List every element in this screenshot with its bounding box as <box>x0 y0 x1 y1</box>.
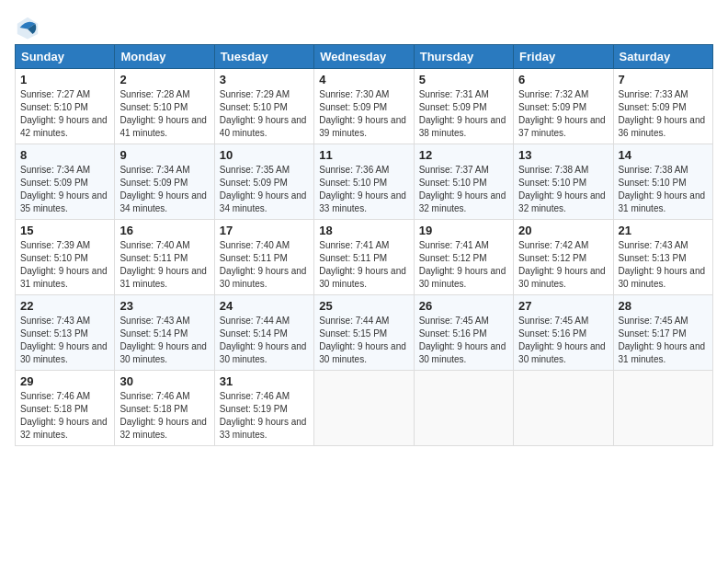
col-header-tuesday: Tuesday <box>214 45 313 69</box>
day-number: 2 <box>119 73 209 86</box>
day-info: Sunrise: 7:41 AM Sunset: 5:12 PM Dayligh… <box>419 239 508 291</box>
day-info: Sunrise: 7:34 AM Sunset: 5:09 PM Dayligh… <box>119 164 209 215</box>
col-header-sunday: Sunday <box>16 45 115 69</box>
day-number: 7 <box>619 73 708 86</box>
day-info: Sunrise: 7:46 AM Sunset: 5:18 PM Dayligh… <box>119 390 209 442</box>
day-number: 16 <box>119 224 209 237</box>
col-header-saturday: Saturday <box>613 45 712 69</box>
day-number: 12 <box>419 148 508 162</box>
day-info: Sunrise: 7:44 AM Sunset: 5:14 PM Dayligh… <box>220 315 309 366</box>
col-header-monday: Monday <box>115 45 214 69</box>
col-header-friday: Friday <box>514 45 613 69</box>
day-number: 30 <box>119 374 209 388</box>
day-number: 3 <box>220 73 309 86</box>
day-cell: 28 Sunrise: 7:45 AM Sunset: 5:17 PM Dayl… <box>613 295 712 371</box>
day-number: 22 <box>20 299 109 313</box>
day-number: 23 <box>119 299 209 313</box>
day-info: Sunrise: 7:42 AM Sunset: 5:12 PM Dayligh… <box>518 239 608 291</box>
logo-icon <box>15 15 40 40</box>
day-cell: 14 Sunrise: 7:38 AM Sunset: 5:10 PM Dayl… <box>613 144 712 220</box>
week-row-5: 29 Sunrise: 7:46 AM Sunset: 5:18 PM Dayl… <box>16 371 713 446</box>
day-number: 14 <box>619 148 708 162</box>
day-number: 8 <box>20 148 109 162</box>
day-number: 1 <box>20 73 109 86</box>
day-cell: 2 Sunrise: 7:28 AM Sunset: 5:10 PM Dayli… <box>115 69 214 144</box>
day-cell <box>514 371 613 446</box>
day-info: Sunrise: 7:28 AM Sunset: 5:10 PM Dayligh… <box>119 88 209 140</box>
day-number: 9 <box>119 148 209 162</box>
day-info: Sunrise: 7:43 AM Sunset: 5:14 PM Dayligh… <box>119 315 209 366</box>
day-info: Sunrise: 7:43 AM Sunset: 5:13 PM Dayligh… <box>20 315 109 366</box>
day-cell: 27 Sunrise: 7:45 AM Sunset: 5:16 PM Dayl… <box>514 295 613 371</box>
day-number: 27 <box>518 299 608 313</box>
day-info: Sunrise: 7:36 AM Sunset: 5:10 PM Dayligh… <box>319 164 408 215</box>
week-row-3: 15 Sunrise: 7:39 AM Sunset: 5:10 PM Dayl… <box>16 220 713 295</box>
day-number: 10 <box>220 148 309 162</box>
day-number: 21 <box>619 224 708 237</box>
col-header-thursday: Thursday <box>414 45 513 69</box>
day-number: 18 <box>319 224 408 237</box>
day-info: Sunrise: 7:29 AM Sunset: 5:10 PM Dayligh… <box>220 88 309 140</box>
day-number: 13 <box>518 148 608 162</box>
day-info: Sunrise: 7:35 AM Sunset: 5:09 PM Dayligh… <box>220 164 309 215</box>
day-cell: 6 Sunrise: 7:32 AM Sunset: 5:09 PM Dayli… <box>514 69 613 144</box>
day-info: Sunrise: 7:45 AM Sunset: 5:16 PM Dayligh… <box>419 315 508 366</box>
day-number: 6 <box>518 73 608 86</box>
week-row-1: 1 Sunrise: 7:27 AM Sunset: 5:10 PM Dayli… <box>16 69 713 144</box>
day-cell <box>314 371 414 446</box>
day-info: Sunrise: 7:40 AM Sunset: 5:11 PM Dayligh… <box>119 239 209 291</box>
day-cell: 18 Sunrise: 7:41 AM Sunset: 5:11 PM Dayl… <box>314 220 414 295</box>
day-cell: 25 Sunrise: 7:44 AM Sunset: 5:15 PM Dayl… <box>314 295 414 371</box>
day-info: Sunrise: 7:39 AM Sunset: 5:10 PM Dayligh… <box>20 239 109 291</box>
day-cell: 21 Sunrise: 7:43 AM Sunset: 5:13 PM Dayl… <box>613 220 712 295</box>
day-cell: 31 Sunrise: 7:46 AM Sunset: 5:19 PM Dayl… <box>214 371 313 446</box>
day-cell: 26 Sunrise: 7:45 AM Sunset: 5:16 PM Dayl… <box>414 295 513 371</box>
day-cell: 13 Sunrise: 7:38 AM Sunset: 5:10 PM Dayl… <box>514 144 613 220</box>
day-cell: 12 Sunrise: 7:37 AM Sunset: 5:10 PM Dayl… <box>414 144 513 220</box>
day-cell: 9 Sunrise: 7:34 AM Sunset: 5:09 PM Dayli… <box>115 144 214 220</box>
day-number: 25 <box>319 299 408 313</box>
day-cell: 22 Sunrise: 7:43 AM Sunset: 5:13 PM Dayl… <box>16 295 115 371</box>
day-cell: 24 Sunrise: 7:44 AM Sunset: 5:14 PM Dayl… <box>214 295 313 371</box>
day-info: Sunrise: 7:37 AM Sunset: 5:10 PM Dayligh… <box>419 164 508 215</box>
day-info: Sunrise: 7:40 AM Sunset: 5:11 PM Dayligh… <box>220 239 309 291</box>
day-cell: 30 Sunrise: 7:46 AM Sunset: 5:18 PM Dayl… <box>115 371 214 446</box>
day-info: Sunrise: 7:33 AM Sunset: 5:09 PM Dayligh… <box>619 88 708 140</box>
day-number: 5 <box>419 73 508 86</box>
day-cell <box>613 371 712 446</box>
day-cell: 29 Sunrise: 7:46 AM Sunset: 5:18 PM Dayl… <box>16 371 115 446</box>
day-cell: 7 Sunrise: 7:33 AM Sunset: 5:09 PM Dayli… <box>613 69 712 144</box>
day-number: 29 <box>20 374 109 388</box>
day-info: Sunrise: 7:43 AM Sunset: 5:13 PM Dayligh… <box>619 239 708 291</box>
main-container: SundayMondayTuesdayWednesdayThursdayFrid… <box>0 0 728 454</box>
day-info: Sunrise: 7:46 AM Sunset: 5:19 PM Dayligh… <box>220 390 309 442</box>
header <box>15 15 713 40</box>
day-cell: 15 Sunrise: 7:39 AM Sunset: 5:10 PM Dayl… <box>16 220 115 295</box>
day-cell: 19 Sunrise: 7:41 AM Sunset: 5:12 PM Dayl… <box>414 220 513 295</box>
day-info: Sunrise: 7:27 AM Sunset: 5:10 PM Dayligh… <box>20 88 109 140</box>
day-info: Sunrise: 7:41 AM Sunset: 5:11 PM Dayligh… <box>319 239 408 291</box>
day-number: 20 <box>518 224 608 237</box>
day-info: Sunrise: 7:34 AM Sunset: 5:09 PM Dayligh… <box>20 164 109 215</box>
day-number: 31 <box>220 374 309 388</box>
day-cell: 8 Sunrise: 7:34 AM Sunset: 5:09 PM Dayli… <box>16 144 115 220</box>
day-info: Sunrise: 7:45 AM Sunset: 5:16 PM Dayligh… <box>518 315 608 366</box>
logo <box>15 15 44 40</box>
week-row-2: 8 Sunrise: 7:34 AM Sunset: 5:09 PM Dayli… <box>16 144 713 220</box>
day-cell: 17 Sunrise: 7:40 AM Sunset: 5:11 PM Dayl… <box>214 220 313 295</box>
day-info: Sunrise: 7:38 AM Sunset: 5:10 PM Dayligh… <box>619 164 708 215</box>
day-number: 4 <box>319 73 408 86</box>
day-cell: 23 Sunrise: 7:43 AM Sunset: 5:14 PM Dayl… <box>115 295 214 371</box>
day-cell <box>414 371 513 446</box>
day-info: Sunrise: 7:30 AM Sunset: 5:09 PM Dayligh… <box>319 88 408 140</box>
day-cell: 3 Sunrise: 7:29 AM Sunset: 5:10 PM Dayli… <box>214 69 313 144</box>
day-cell: 5 Sunrise: 7:31 AM Sunset: 5:09 PM Dayli… <box>414 69 513 144</box>
day-info: Sunrise: 7:46 AM Sunset: 5:18 PM Dayligh… <box>20 390 109 442</box>
calendar: SundayMondayTuesdayWednesdayThursdayFrid… <box>15 44 713 446</box>
day-number: 19 <box>419 224 508 237</box>
day-number: 11 <box>319 148 408 162</box>
week-row-4: 22 Sunrise: 7:43 AM Sunset: 5:13 PM Dayl… <box>16 295 713 371</box>
day-number: 28 <box>619 299 708 313</box>
day-number: 26 <box>419 299 508 313</box>
day-info: Sunrise: 7:32 AM Sunset: 5:09 PM Dayligh… <box>518 88 608 140</box>
